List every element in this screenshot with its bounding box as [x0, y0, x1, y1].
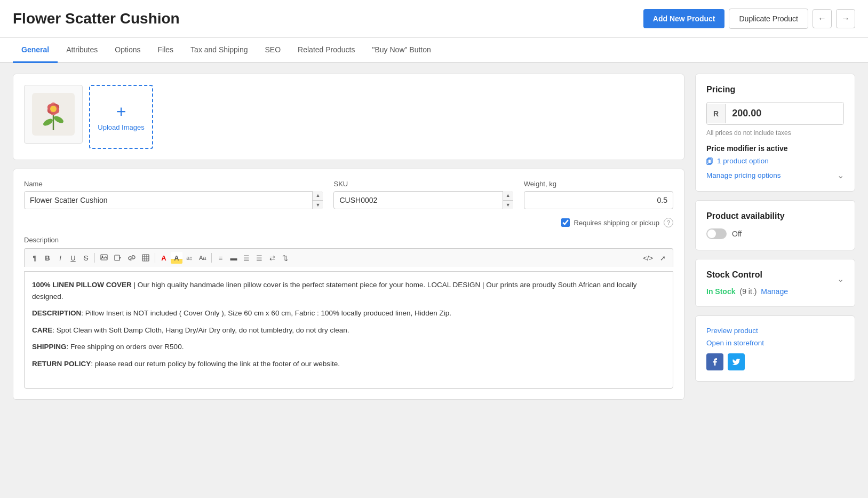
- right-panel: Pricing R All prices do not include taxe…: [695, 74, 855, 400]
- sku-spinner-up[interactable]: ▲: [503, 191, 513, 201]
- stock-quantity: (9 it.): [739, 287, 756, 296]
- duplicate-product-button[interactable]: Duplicate Product: [729, 9, 808, 29]
- svg-rect-12: [142, 255, 149, 261]
- toolbar-indent-increase[interactable]: ⇅: [279, 252, 291, 264]
- image-icon: [100, 254, 108, 262]
- tab-seo[interactable]: SEO: [257, 38, 290, 63]
- tab-files[interactable]: Files: [149, 38, 182, 63]
- tab-related-products[interactable]: Related Products: [289, 38, 363, 63]
- tab-bar: General Attributes Options Files Tax and…: [0, 38, 868, 63]
- toolbar-font-color[interactable]: A: [158, 252, 170, 264]
- add-new-product-button[interactable]: Add New Product: [643, 9, 725, 28]
- tab-general[interactable]: General: [13, 38, 58, 63]
- toolbar-underline[interactable]: U: [67, 252, 79, 264]
- name-spinner: ▲ ▼: [312, 191, 323, 209]
- sku-spinner-down[interactable]: ▼: [503, 201, 513, 210]
- product-option-row: 1 product option: [706, 157, 844, 165]
- link-icon: [128, 254, 136, 262]
- toolbar-video[interactable]: [112, 252, 124, 264]
- name-label: Name: [24, 180, 323, 188]
- description-section: Description ¶ B I U S: [24, 236, 673, 389]
- prev-product-button[interactable]: ←: [813, 9, 832, 28]
- sku-field-group: SKU ▲ ▼: [333, 180, 513, 209]
- toolbar-italic[interactable]: I: [54, 252, 66, 264]
- toolbar-font-size-up[interactable]: a↕: [184, 252, 195, 264]
- name-field-group: Name ▲ ▼: [24, 180, 323, 209]
- sku-label: SKU: [333, 180, 513, 188]
- toolbar-source[interactable]: </>: [640, 252, 656, 264]
- sku-input[interactable]: [333, 191, 513, 209]
- price-modifier-label: Price modifier is active: [706, 144, 844, 153]
- tab-tax-shipping[interactable]: Tax and Shipping: [182, 38, 256, 63]
- video-icon: [114, 254, 122, 262]
- preview-card: Preview product Open in storefront: [695, 315, 855, 382]
- page-header: Flower Scatter Cushion Add New Product D…: [0, 0, 868, 38]
- manage-pricing-chevron[interactable]: ⌄: [837, 170, 844, 180]
- main-content: + Upload Images Name: [0, 63, 868, 410]
- toolbar-sep-1: [94, 253, 95, 263]
- sku-spinner: ▲ ▼: [503, 191, 513, 209]
- toolbar-indent-decrease[interactable]: ⇄: [266, 252, 278, 264]
- form-section: Name ▲ ▼ SKU: [24, 180, 673, 389]
- svg-point-9: [102, 256, 103, 257]
- stock-title: Stock Control: [706, 270, 762, 280]
- stock-header-row: Stock Control ⌄: [706, 270, 844, 287]
- requires-shipping-checkbox[interactable]: [561, 218, 570, 227]
- toolbar-link[interactable]: [125, 252, 138, 264]
- description-editor[interactable]: 100% LINEN PILLOW COVER | Our high quali…: [24, 271, 673, 389]
- stock-row: In Stock (9 it.) Manage: [706, 287, 844, 296]
- toolbar-strikethrough[interactable]: S: [80, 252, 92, 264]
- toolbar-align-center[interactable]: ▬: [227, 252, 240, 264]
- table-icon: [142, 254, 149, 262]
- left-panel: + Upload Images Name: [13, 74, 684, 400]
- manage-pricing-link[interactable]: Manage pricing options: [706, 171, 781, 179]
- weight-input[interactable]: [524, 191, 673, 209]
- stock-manage-link[interactable]: Manage: [761, 287, 788, 296]
- next-product-button[interactable]: →: [836, 9, 855, 28]
- toolbar-ul[interactable]: ☰: [241, 252, 252, 264]
- preview-product-link[interactable]: Preview product: [706, 327, 844, 335]
- twitter-icon: [732, 358, 740, 366]
- name-spinner-down[interactable]: ▼: [313, 201, 323, 210]
- toolbar-highlight[interactable]: A: [171, 252, 182, 264]
- toolbar-fullscreen[interactable]: ➚: [657, 252, 668, 264]
- tab-options[interactable]: Options: [106, 38, 149, 63]
- twitter-share-button[interactable]: [728, 353, 745, 370]
- price-note: All prices do not include taxes: [706, 129, 844, 137]
- toolbar-ol[interactable]: ☰: [253, 252, 265, 264]
- price-input[interactable]: [726, 102, 843, 124]
- price-input-row: R: [706, 102, 844, 125]
- manage-pricing-row: Manage pricing options ⌄: [706, 170, 844, 180]
- toolbar-font-size[interactable]: Aa: [196, 252, 209, 264]
- requires-shipping-label: Requires shipping or pickup: [574, 219, 659, 227]
- toolbar-image[interactable]: [98, 252, 110, 264]
- tab-buy-now[interactable]: "Buy Now" Button: [364, 38, 440, 63]
- open-storefront-link[interactable]: Open in storefront: [706, 339, 844, 347]
- svg-rect-10: [115, 255, 120, 260]
- images-card: + Upload Images: [13, 74, 684, 160]
- product-option-link[interactable]: 1 product option: [717, 157, 769, 165]
- stock-chevron[interactable]: ⌄: [837, 274, 844, 284]
- toolbar-paragraph[interactable]: ¶: [29, 252, 41, 264]
- toolbar-bold[interactable]: B: [42, 252, 53, 264]
- shipping-help-icon[interactable]: ?: [664, 218, 673, 227]
- name-spinner-up[interactable]: ▲: [313, 191, 323, 201]
- toolbar-sep-3: [211, 253, 212, 263]
- svg-marker-11: [120, 257, 121, 259]
- name-input[interactable]: [24, 191, 323, 209]
- toolbar-table[interactable]: [139, 252, 152, 264]
- shipping-row: Requires shipping or pickup ?: [24, 218, 673, 227]
- social-row: [706, 353, 844, 370]
- toolbar-align-left[interactable]: ≡: [214, 252, 226, 264]
- product-image-svg: [29, 90, 77, 138]
- upload-images-button[interactable]: + Upload Images: [89, 85, 153, 149]
- weight-label: Weight, kg: [524, 180, 673, 188]
- facebook-share-button[interactable]: [706, 353, 723, 370]
- stock-status: In Stock: [706, 287, 735, 296]
- preview-section: Preview product Open in storefront: [706, 327, 844, 370]
- availability-toggle[interactable]: [706, 228, 727, 239]
- tab-attributes[interactable]: Attributes: [58, 38, 106, 63]
- toggle-knob: [707, 230, 716, 238]
- product-image-thumbnail[interactable]: [24, 85, 83, 144]
- description-label: Description: [24, 236, 673, 244]
